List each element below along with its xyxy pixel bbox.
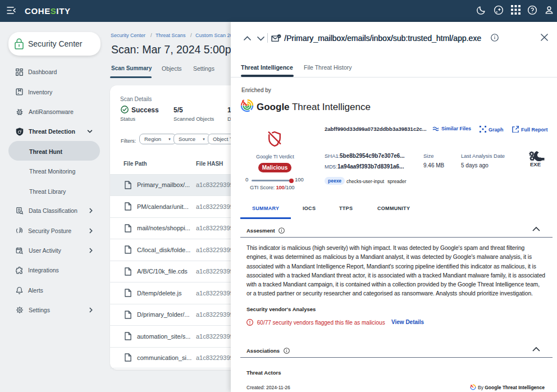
svg-text:EXE: EXE: [530, 161, 541, 167]
